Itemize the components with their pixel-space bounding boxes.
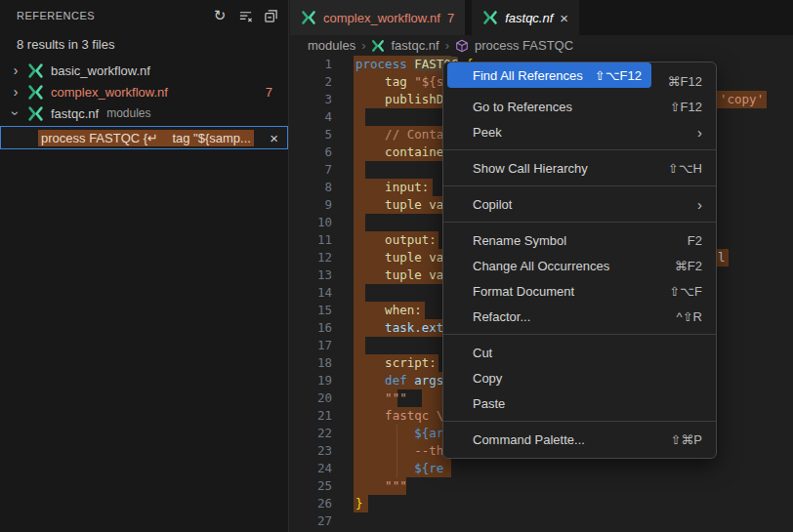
line-number: 16 (290, 319, 332, 337)
dismiss-icon[interactable]: × (270, 131, 278, 145)
file-path-description: modules (106, 106, 150, 120)
code-token: ${ar (414, 426, 443, 440)
symbol-module-icon (455, 39, 469, 53)
line-number: 26 (290, 495, 332, 512)
code-token: fastqc \ (385, 408, 443, 423)
menu-item-label: Refactor... (473, 309, 530, 324)
menu-item-command-palette[interactable]: Command Palette...⇧⌘P (447, 427, 712, 452)
menu-item-copy[interactable]: Copy (447, 365, 712, 390)
code-text: script: (355, 354, 437, 372)
menu-item-find-all-references[interactable]: Find All References⇧⌥F12 (447, 62, 651, 88)
code-token: args (414, 373, 443, 388)
file-row-fastqc[interactable]: › fastqc.nf modules (0, 102, 288, 124)
menu-separator (443, 185, 716, 186)
line-number: 4 (290, 108, 332, 126)
breadcrumb-separator-icon: › (445, 38, 449, 53)
menu-item-change-all-occurrences[interactable]: Change All Occurrences⌘F2 (447, 253, 712, 278)
chevron-right-icon[interactable]: › (8, 62, 23, 78)
menu-item-label: Paste (473, 396, 505, 411)
file-name[interactable]: basic_workflow.nf (51, 63, 150, 78)
reference-snippet[interactable]: process FASTQC {↵ tag "${samp... (38, 130, 254, 146)
tab-bar: complex_workflow.nf 7 fastqc.nf × (290, 0, 793, 35)
menu-item-show-call-hierarchy[interactable]: Show Call Hierarchy⇧⌥H (447, 155, 712, 181)
nextflow-file-icon (301, 10, 316, 25)
breadcrumb-item-file[interactable]: fastqc.nf (391, 38, 438, 53)
collapse-all-icon[interactable] (261, 6, 280, 25)
line-number: 8 (290, 179, 332, 196)
menu-item-shortcut: ⌘F2 (675, 259, 702, 273)
tab-fastqc[interactable]: fastqc.nf × (472, 0, 579, 35)
code-token: task.ext. (385, 320, 451, 335)
breadcrumb-item-symbol[interactable]: process FASTQC (475, 38, 573, 53)
code-line[interactable]: 25 """ (290, 477, 793, 495)
menu-item-go-to-references[interactable]: Go to References⇧F12 (447, 94, 712, 119)
nextflow-file-icon (371, 39, 385, 53)
menu-item-label: Rename Symbol (473, 233, 566, 248)
menu-item-shortcut: ⇧⌥F (669, 284, 702, 299)
code-token: script: (385, 355, 437, 370)
chevron-down-icon[interactable]: › (8, 105, 23, 121)
code-text: when: (355, 302, 422, 319)
menu-item-copilot[interactable]: Copilot› (447, 191, 712, 217)
reference-result-item[interactable]: process FASTQC {↵ tag "${samp... × (0, 126, 288, 149)
code-token: def (385, 373, 414, 388)
menu-item-paste[interactable]: Paste (447, 390, 712, 416)
line-content: """ (355, 477, 793, 495)
file-name[interactable]: complex_workflow.nf (51, 85, 168, 100)
menu-item-peek[interactable]: Peek› (447, 119, 712, 144)
menu-separator (443, 222, 716, 223)
clear-results-icon[interactable] (235, 6, 255, 25)
line-number: 9 (290, 196, 332, 214)
references-header: REFERENCES ↻ (0, 0, 288, 31)
line-number: 21 (290, 407, 332, 425)
tab-complex-workflow[interactable]: complex_workflow.nf 7 (290, 0, 465, 35)
line-number: 14 (290, 284, 332, 302)
code-text: """ (355, 477, 407, 495)
line-number: 13 (290, 266, 332, 284)
menu-item-label: Change All Occurrences (473, 259, 609, 273)
menu-item-label: Cut (473, 346, 492, 360)
tab-label: complex_workflow.nf (323, 11, 440, 25)
panel-title: REFERENCES (17, 10, 210, 21)
reference-range-highlight (354, 284, 365, 302)
close-tab-icon[interactable]: × (560, 11, 568, 25)
menu-separator (443, 421, 716, 422)
line-number: 25 (290, 477, 332, 495)
chevron-right-icon[interactable]: › (8, 84, 23, 100)
code-text: ${ar (355, 425, 443, 442)
breadcrumb-item-modules[interactable]: modules (308, 38, 355, 53)
menu-item-shortcut: F2 (688, 233, 702, 248)
code-token: output: (385, 232, 437, 247)
file-name[interactable]: fastqc.nf (51, 106, 99, 121)
code-text: tuple val (355, 266, 451, 284)
submenu-chevron-icon: › (697, 196, 702, 213)
reference-range-highlight (354, 108, 365, 126)
line-number: 5 (290, 126, 332, 143)
file-row-complex-workflow[interactable]: › complex_workflow.nf 7 (0, 81, 288, 102)
code-token: process (355, 57, 414, 71)
code-token: container (385, 144, 451, 159)
menu-item-refactor[interactable]: Refactor...^⇧R (447, 304, 712, 329)
menu-item-cut[interactable]: Cut (447, 340, 712, 365)
line-number: 3 (290, 91, 332, 108)
code-token: ${re (414, 461, 443, 475)
line-number: 20 (290, 389, 332, 407)
menu-item-format-document[interactable]: Format Document⇧⌥F (447, 278, 712, 304)
menu-item-shortcut: ⇧F12 (670, 100, 702, 114)
menu-item-rename-symbol[interactable]: Rename SymbolF2 (447, 227, 712, 253)
results-tree: › basic_workflow.nf › complex_workflow.n… (0, 60, 288, 149)
line-number: 7 (290, 161, 332, 179)
vscode-window: REFERENCES ↻ 8 results in 3 files › (0, 0, 793, 532)
code-line[interactable]: 27 (290, 512, 793, 530)
line-number: 23 (290, 442, 332, 460)
menu-separator (443, 149, 716, 150)
code-fragment-right: 'copy' (717, 91, 767, 108)
code-line[interactable]: 26} (290, 495, 793, 512)
code-token: --th (414, 443, 443, 458)
menu-item-label: Show Call Hierarchy (473, 161, 588, 176)
line-number: 19 (290, 372, 332, 389)
refresh-icon[interactable]: ↻ (210, 6, 230, 25)
file-row-basic-workflow[interactable]: › basic_workflow.nf (0, 60, 288, 81)
code-line[interactable]: 24 ${re (290, 460, 793, 477)
code-token: tuple val (385, 197, 451, 212)
